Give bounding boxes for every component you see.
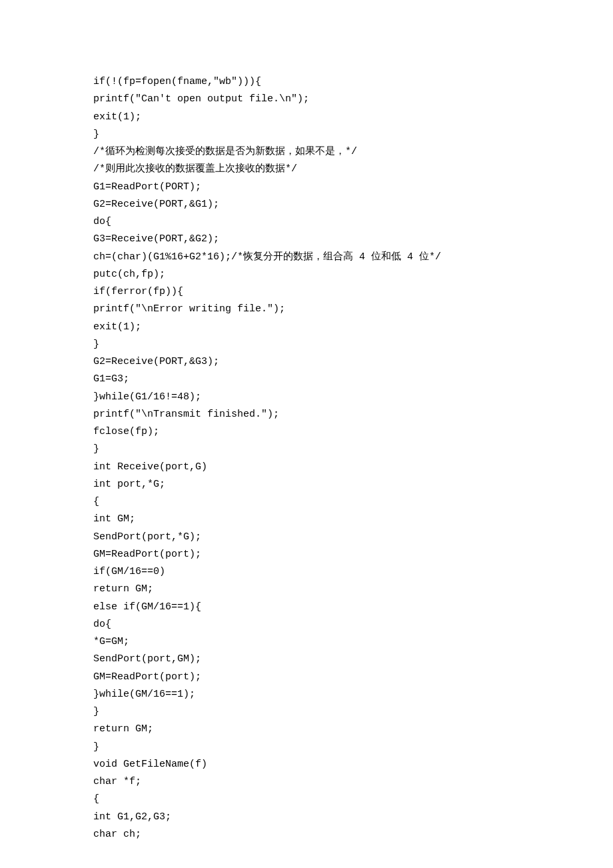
code-line: char *f; <box>93 773 520 791</box>
code-line: /*循环为检测每次接受的数据是否为新数据，如果不是，*/ <box>93 143 520 161</box>
code-line: SendPort(port,GM); <box>93 651 520 668</box>
code-line: SendPort(port,*G); <box>93 529 520 546</box>
code-line: } <box>93 703 520 721</box>
code-line: exit(1); <box>93 109 520 126</box>
code-line: G3=Receive(PORT,&G2); <box>93 231 520 248</box>
code-line: GM=ReadPort(port); <box>93 669 520 686</box>
code-line: do{ <box>93 616 520 633</box>
code-line: int port,*G; <box>93 476 520 493</box>
code-line: printf("\nTransmit finished."); <box>93 406 520 423</box>
code-line: printf("Can't open output file.\n"); <box>93 91 520 108</box>
code-line: int G1,G2,G3; <box>93 809 520 826</box>
code-line: else if(GM/16==1){ <box>93 599 520 616</box>
code-line: if(GM/16==0) <box>93 563 520 581</box>
code-line: ch=(char)(G1%16+G2*16);/*恢复分开的数据，组合高 4 位… <box>93 249 520 266</box>
code-line: G2=Receive(PORT,&G3); <box>93 353 520 371</box>
code-line: } <box>93 126 520 143</box>
code-line: if(ferror(fp)){ <box>93 283 520 301</box>
code-line: /*则用此次接收的数据覆盖上次接收的数据*/ <box>93 161 520 178</box>
code-line: }while(GM/16==1); <box>93 686 520 703</box>
code-line: return GM; <box>93 721 520 738</box>
code-line: GM=ReadPort(port); <box>93 546 520 563</box>
code-line: }while(G1/16!=48); <box>93 389 520 406</box>
code-page: if(!(fp=fopen(fname,"wb"))){printf("Can'… <box>0 0 613 868</box>
code-line: printf("\nError writing file."); <box>93 301 520 318</box>
code-line: return GM; <box>93 581 520 598</box>
code-line: } <box>93 441 520 458</box>
code-line: } <box>93 739 520 756</box>
code-line: int GM; <box>93 511 520 528</box>
code-line: int Receive(port,G) <box>93 459 520 476</box>
code-line: do{ <box>93 213 520 231</box>
code-line: G1=ReadPort(PORT); <box>93 179 520 196</box>
code-line: { <box>93 791 520 808</box>
code-line: G1=G3; <box>93 371 520 388</box>
code-line: putc(ch,fp); <box>93 266 520 283</box>
code-line: G2=Receive(PORT,&G1); <box>93 196 520 213</box>
code-line: if(!(fp=fopen(fname,"wb"))){ <box>93 73 520 91</box>
code-line: char ch; <box>93 826 520 843</box>
code-line: void GetFileName(f) <box>93 756 520 773</box>
code-line: fclose(fp); <box>93 423 520 441</box>
code-line: } <box>93 336 520 353</box>
code-line: { <box>93 493 520 511</box>
code-line: exit(1); <box>93 319 520 336</box>
code-line: *G=GM; <box>93 633 520 651</box>
